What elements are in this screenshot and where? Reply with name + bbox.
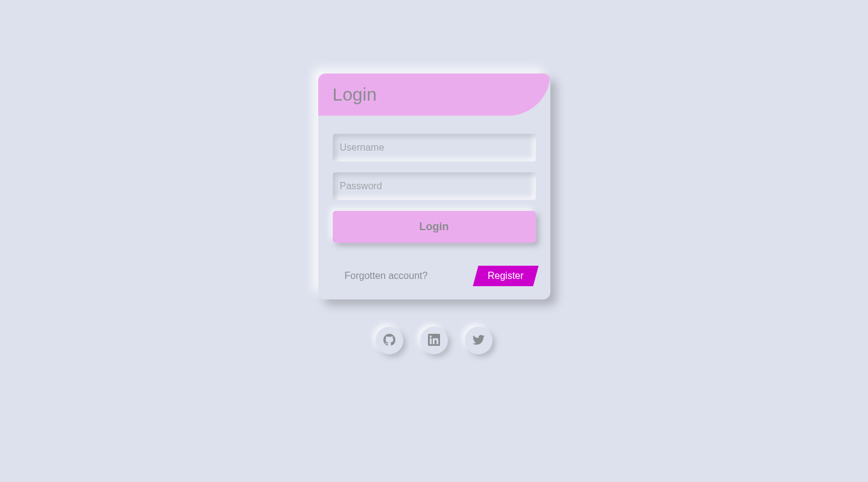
linkedin-social-button[interactable] [420, 327, 448, 354]
login-card-header: Login [318, 74, 550, 116]
login-button[interactable]: Login [333, 211, 536, 243]
password-field[interactable] [333, 172, 536, 200]
linkedin-icon [428, 334, 440, 348]
login-card-footer: Forgotten account? Register [318, 257, 550, 299]
username-field[interactable] [333, 134, 536, 161]
social-buttons-row [376, 327, 492, 354]
github-icon [383, 334, 395, 348]
forgotten-account-link[interactable]: Forgotten account? [345, 271, 428, 281]
register-button-label: Register [488, 271, 524, 281]
register-button[interactable]: Register [473, 266, 538, 286]
twitter-icon [473, 334, 485, 348]
login-title: Login [333, 84, 536, 105]
twitter-social-button[interactable] [465, 327, 492, 354]
login-card-body: Login [318, 116, 550, 257]
login-card: Login Login Forgotten account? Register [318, 74, 550, 299]
github-social-button[interactable] [376, 327, 403, 354]
